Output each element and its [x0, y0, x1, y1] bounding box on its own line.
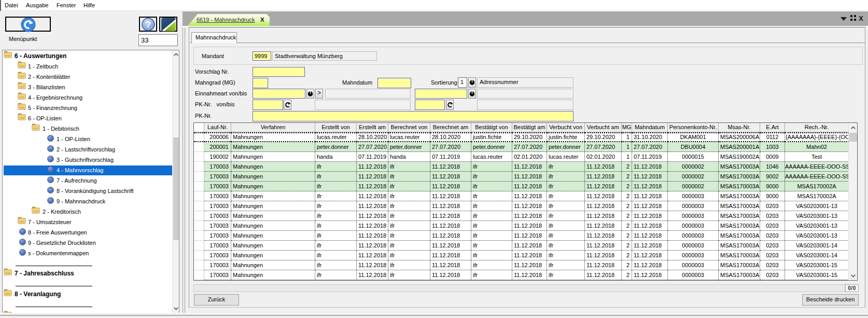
svg-text:?: ? — [146, 20, 151, 30]
